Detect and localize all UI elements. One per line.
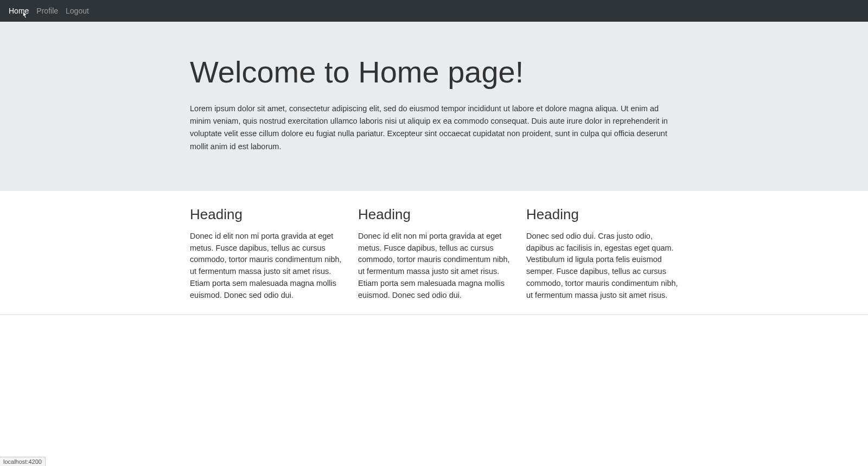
feature-column: Heading Donec id elit non mi porta gravi…: [358, 206, 510, 302]
nav-logout-link[interactable]: Logout: [66, 7, 89, 15]
feature-column: Heading Donec sed odio dui. Cras justo o…: [526, 206, 678, 302]
column-body: Donec id elit non mi porta gravida at eg…: [190, 231, 342, 302]
columns-section: Heading Donec id elit non mi porta gravi…: [0, 191, 868, 315]
feature-column: Heading Donec id elit non mi porta gravi…: [190, 206, 342, 302]
page-title: Welcome to Home page!: [190, 54, 678, 90]
nav-profile-link[interactable]: Profile: [36, 7, 58, 15]
column-body: Donec id elit non mi porta gravida at eg…: [358, 231, 510, 302]
column-body: Donec sed odio dui. Cras justo odio, dap…: [526, 231, 678, 302]
navbar: Home Profile Logout: [0, 0, 868, 22]
hero-section: Welcome to Home page! Lorem ipsum dolor …: [0, 22, 868, 191]
nav-home-link[interactable]: Home: [9, 7, 29, 15]
column-heading: Heading: [190, 206, 342, 223]
column-heading: Heading: [526, 206, 678, 223]
hero-body-text: Lorem ipsum dolor sit amet, consectetur …: [190, 103, 678, 153]
column-heading: Heading: [358, 206, 510, 223]
